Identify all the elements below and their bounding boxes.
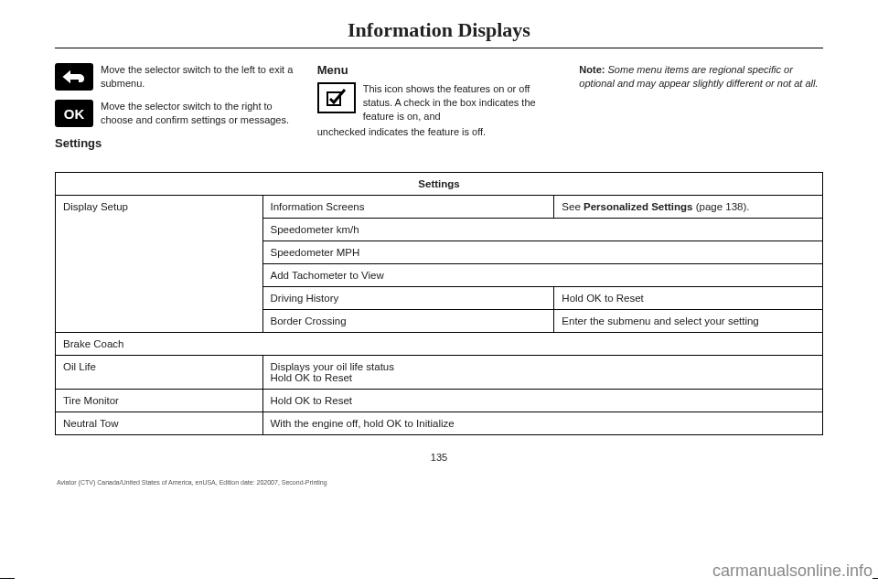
back-instruction: Move the selector switch to the left to …: [55, 63, 299, 91]
txt: Displays your oil life status: [271, 361, 395, 372]
cell-personalized: See Personalized Settings (page 138).: [554, 196, 823, 219]
txt: (page 138).: [693, 201, 750, 212]
watermark: carmanualsonline.info: [712, 561, 873, 581]
table-row: Brake Coach: [56, 333, 823, 356]
page-title: Information Displays: [55, 18, 823, 42]
txt-bold: Personalized Settings: [584, 201, 693, 212]
cell-speedo-kmh: Speedometer km/h: [262, 219, 822, 241]
table-row: Oil Life Displays your oil life status H…: [56, 356, 823, 390]
columns: Move the selector switch to the left to …: [55, 63, 823, 157]
column-2: Menu This icon shows the features on or …: [317, 63, 562, 157]
table-row: Tire Monitor Hold OK to Reset: [56, 390, 823, 412]
cell-oil-life: Oil Life: [56, 356, 263, 390]
cell-hold-ok-2: Hold OK to Reset: [262, 390, 822, 412]
column-3: Note: Some menu items are regional speci…: [579, 63, 823, 157]
cell-driving-history: Driving History: [262, 287, 554, 310]
cell-brake-coach: Brake Coach: [56, 333, 823, 356]
cell-border-crossing: Border Crossing: [262, 310, 554, 333]
crop-mark-icon: [0, 578, 15, 579]
ok-instruction-text: Move the selector switch to the right to…: [101, 100, 299, 127]
title-block: Information Displays: [55, 18, 823, 48]
back-instruction-text: Move the selector switch to the left to …: [101, 63, 299, 91]
txt: Hold OK to Reset: [271, 372, 352, 383]
note-block: Note: Some menu items are regional speci…: [579, 63, 823, 91]
menu-desc-1: This icon shows the features on or off s…: [363, 82, 562, 123]
table-header-row: Settings: [56, 173, 823, 196]
menu-desc-2: unchecked indicates the feature is off.: [317, 125, 562, 139]
cell-display-setup: Display Setup: [56, 196, 263, 333]
cell-info-screens: Information Screens: [262, 196, 554, 219]
txt: See: [562, 201, 584, 212]
ok-instruction: OK Move the selector switch to the right…: [55, 100, 299, 127]
menu-check-row: This icon shows the features on or off s…: [317, 82, 562, 123]
cell-oil-life-desc: Displays your oil life status Hold OK to…: [262, 356, 822, 390]
table-row: Display Setup Information Screens See Pe…: [56, 196, 823, 219]
table-row: Neutral Tow With the engine off, hold OK…: [56, 412, 823, 435]
page: Information Displays Move the selector s…: [0, 0, 878, 495]
cell-initialize: With the engine off, hold OK to Initiali…: [262, 412, 822, 435]
crop-mark-icon: [873, 578, 878, 579]
footer-text: Aviator (CTV) Canada/United States of Am…: [55, 479, 823, 486]
ok-icon-label: OK: [64, 106, 85, 122]
cell-hold-ok-1: Hold OK to Reset: [554, 287, 823, 310]
column-1: Move the selector switch to the left to …: [55, 63, 299, 157]
note-text: Some menu items are regional specific or…: [579, 64, 818, 89]
menu-heading: Menu: [317, 63, 562, 77]
settings-table: Settings Display Setup Information Scree…: [55, 172, 823, 435]
back-arrow-icon: [55, 63, 93, 91]
note-label: Note:: [579, 64, 605, 75]
cell-submenu: Enter the submenu and select your settin…: [554, 310, 823, 333]
cell-tach: Add Tachometer to View: [262, 264, 822, 287]
ok-icon: OK: [55, 100, 93, 127]
cell-speedo-mph: Speedometer MPH: [262, 241, 822, 264]
table-header: Settings: [56, 173, 823, 196]
cell-tire-monitor: Tire Monitor: [56, 390, 263, 412]
page-number: 135: [55, 452, 823, 463]
settings-heading: Settings: [55, 136, 299, 150]
cell-neutral-tow: Neutral Tow: [56, 412, 263, 435]
checkbox-icon: [317, 82, 356, 113]
